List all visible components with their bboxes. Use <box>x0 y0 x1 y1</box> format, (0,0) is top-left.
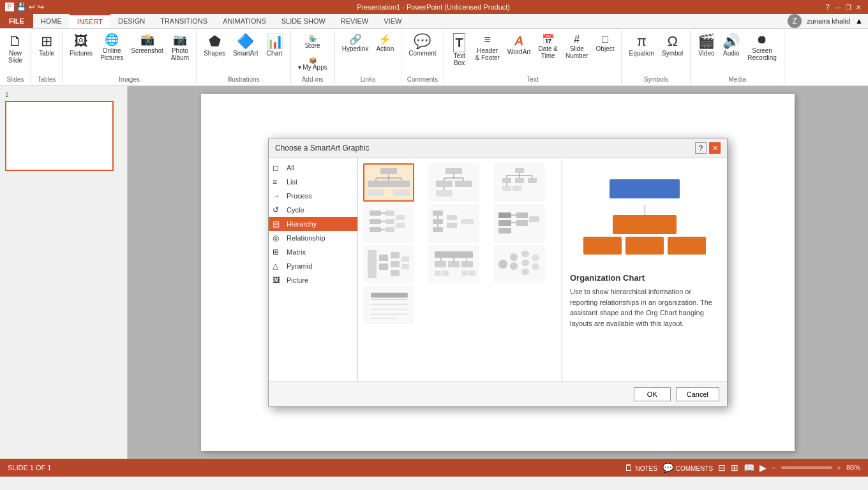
notes-button[interactable]: 🗒 NOTES <box>624 463 657 473</box>
dialog-footer: OK Cancel <box>269 382 727 406</box>
tab-file[interactable]: FILE <box>0 14 33 28</box>
pictures-button[interactable]: 🖼 Pictures <box>66 31 96 59</box>
svg-rect-27 <box>515 178 524 183</box>
video-button[interactable]: 🎬 Video <box>694 31 718 59</box>
comments-button[interactable]: 💬 COMMENTS <box>662 463 713 473</box>
svg-rect-67 <box>435 251 473 258</box>
smartart-chart-3[interactable] <box>494 163 545 202</box>
svg-rect-44 <box>433 219 443 224</box>
category-list[interactable]: ≡ List <box>269 175 357 189</box>
close-button[interactable]: ✕ <box>854 3 863 11</box>
equation-button[interactable]: π Equation <box>625 31 657 59</box>
photo-album-button[interactable]: 📷 PhotoAlbum <box>168 31 192 63</box>
smartart-chart-9[interactable] <box>494 245 545 283</box>
comment-button[interactable]: 💬 Comment <box>405 31 439 59</box>
smartart-chart-2[interactable] <box>428 163 479 202</box>
ribbon-group-links: 🔗 Hyperlink ⚡ Action Links <box>335 30 401 84</box>
smartart-org-chart[interactable] <box>363 163 414 202</box>
svg-rect-71 <box>435 261 446 267</box>
tab-view[interactable]: VIEW <box>376 14 409 28</box>
tab-insert[interactable]: INSERT <box>70 14 110 28</box>
smartart-chart-4[interactable] <box>363 204 414 242</box>
dialog-cancel-button[interactable]: Cancel <box>676 387 719 401</box>
tab-transitions[interactable]: TRANSITIONS <box>153 14 215 28</box>
tab-design[interactable]: DESIGN <box>110 14 153 28</box>
symbols-group-label: Symbols <box>644 75 668 83</box>
dialog-ok-button[interactable]: OK <box>634 387 671 401</box>
hyperlink-button[interactable]: 🔗 Hyperlink <box>339 31 372 54</box>
new-slide-icon: 🗋 <box>8 33 22 50</box>
category-all[interactable]: ◻ All <box>269 161 357 175</box>
screenshot-button[interactable]: 📸 Screenshot <box>128 31 167 56</box>
svg-rect-31 <box>513 186 521 191</box>
zoom-out-icon[interactable]: − <box>772 464 775 471</box>
svg-rect-86 <box>371 293 408 298</box>
wordart-button[interactable]: A WordArt <box>504 31 534 57</box>
category-pyramid[interactable]: △ Pyramid <box>269 259 357 273</box>
preview-chart-title: Organization Chart <box>570 273 719 283</box>
svg-rect-17 <box>455 181 472 187</box>
smartart-chart-7[interactable] <box>363 245 414 283</box>
store-button[interactable]: 🏪 Store <box>295 34 331 50</box>
smartart-chart-6[interactable] <box>494 204 545 242</box>
tables-group-label: Tables <box>38 75 56 83</box>
category-matrix[interactable]: ⊞ Matrix <box>269 245 357 259</box>
category-picture[interactable]: 🖼 Picture <box>269 273 357 287</box>
svg-rect-85 <box>532 264 539 270</box>
pictures-icon: 🖼 <box>74 33 88 50</box>
dialog-help-button[interactable]: ? <box>695 142 707 154</box>
svg-rect-79 <box>510 253 518 261</box>
media-group-label: Media <box>729 75 746 83</box>
slide-thumbnail[interactable] <box>5 101 114 171</box>
slide-number-button[interactable]: # SlideNumber <box>562 31 592 61</box>
chart-button[interactable]: 📊 Chart <box>263 31 287 59</box>
audio-button[interactable]: 🔊 Audio <box>719 31 743 59</box>
action-button[interactable]: ⚡ Action <box>373 31 397 54</box>
online-pictures-button[interactable]: 🌐 OnlinePictures <box>97 31 126 63</box>
collapse-ribbon-icon[interactable]: ▲ <box>855 17 863 26</box>
zoom-in-icon[interactable]: + <box>837 464 841 471</box>
tab-animations[interactable]: ANIMATIONS <box>215 14 274 28</box>
smartart-button[interactable]: 🔷 SmartArt <box>230 31 261 59</box>
slideshow-view-button[interactable]: ▶ <box>760 463 767 473</box>
org-mid-box <box>613 215 677 234</box>
svg-rect-57 <box>516 220 528 226</box>
help-icon[interactable]: ? <box>823 3 832 11</box>
reading-view-button[interactable]: 📖 <box>744 463 754 473</box>
minimize-button[interactable]: — <box>834 3 842 11</box>
save-icon[interactable]: 💾 <box>17 3 26 11</box>
smartart-chart-10[interactable] <box>363 286 414 324</box>
dialog-close-button[interactable]: ✕ <box>709 142 721 154</box>
shapes-button[interactable]: ⬟ Shapes <box>200 31 228 59</box>
smartart-chart-8[interactable] <box>428 245 479 283</box>
restore-button[interactable]: ❐ <box>844 3 853 11</box>
undo-icon[interactable]: ↩ <box>29 3 35 11</box>
textbox-button[interactable]: T TextBox <box>448 31 471 68</box>
slide-sorter-button[interactable]: ⊞ <box>731 463 738 473</box>
hierarchy-chart-10-icon <box>367 290 412 320</box>
my-apps-button[interactable]: 📦 ▾ My Apps <box>295 56 331 72</box>
smartart-chart-5[interactable] <box>428 204 479 242</box>
normal-view-button[interactable]: ⊟ <box>718 463 726 473</box>
date-time-button[interactable]: 📅 Date &Time <box>535 31 561 61</box>
object-button[interactable]: □ Object <box>593 31 618 54</box>
new-slide-button[interactable]: 🗋 NewSlide <box>4 31 27 66</box>
header-footer-button[interactable]: ≡ Header& Footer <box>472 31 503 63</box>
status-right: 🗒 NOTES 💬 COMMENTS ⊟ ⊞ 📖 ▶ − + 80% <box>624 463 860 473</box>
symbol-button[interactable]: Ω Symbol <box>659 31 686 59</box>
svg-rect-10 <box>393 189 410 196</box>
hyperlink-icon: 🔗 <box>349 33 362 45</box>
tab-slideshow[interactable]: SLIDE SHOW <box>274 14 333 28</box>
category-hierarchy[interactable]: ▤ Hierarchy <box>269 217 357 231</box>
category-relationship[interactable]: ◎ Relationship <box>269 231 357 245</box>
redo-icon[interactable]: ↪ <box>38 3 44 11</box>
zoom-slider[interactable] <box>781 466 832 469</box>
category-cycle[interactable]: ↺ Cycle <box>269 203 357 217</box>
tab-home[interactable]: HOME <box>33 14 70 28</box>
screen-recording-button[interactable]: ⏺ ScreenRecording <box>744 31 780 63</box>
table-button[interactable]: ⊞ Table <box>35 31 58 59</box>
tab-review[interactable]: REVIEW <box>333 14 376 28</box>
svg-rect-82 <box>521 260 529 266</box>
date-time-icon: 📅 <box>542 33 555 45</box>
category-process[interactable]: → Process <box>269 189 357 203</box>
